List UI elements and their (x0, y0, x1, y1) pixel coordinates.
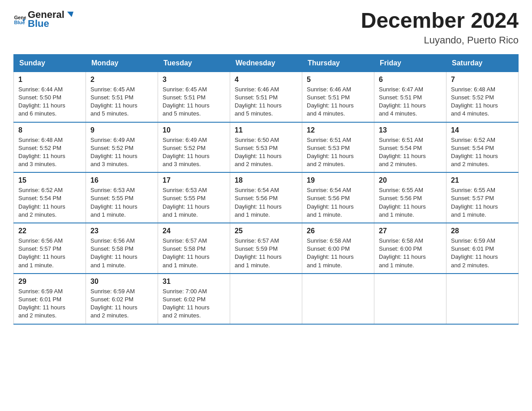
day-info: Sunrise: 6:58 AM Sunset: 6:00 PM Dayligh… (307, 237, 354, 269)
calendar-cell: 18 Sunrise: 6:54 AM Sunset: 5:56 PM Dayl… (230, 172, 302, 223)
week-row-1: 1 Sunrise: 6:44 AM Sunset: 5:50 PM Dayli… (14, 72, 519, 122)
day-number: 15 (18, 176, 81, 184)
day-info: Sunrise: 6:48 AM Sunset: 5:52 PM Dayligh… (451, 86, 498, 117)
day-info: Sunrise: 6:56 AM Sunset: 5:57 PM Dayligh… (18, 237, 65, 269)
calendar-cell: 6 Sunrise: 6:47 AM Sunset: 5:51 PM Dayli… (374, 72, 446, 122)
calendar-cell: 3 Sunrise: 6:45 AM Sunset: 5:51 PM Dayli… (158, 72, 230, 122)
calendar-cell: 29 Sunrise: 6:59 AM Sunset: 6:01 PM Dayl… (14, 274, 86, 324)
day-number: 16 (90, 176, 153, 184)
day-number: 30 (90, 278, 153, 286)
day-number: 19 (307, 176, 369, 184)
day-info: Sunrise: 6:45 AM Sunset: 5:51 PM Dayligh… (90, 86, 137, 117)
day-number: 8 (18, 126, 81, 134)
calendar-cell: 26 Sunrise: 6:58 AM Sunset: 6:00 PM Dayl… (302, 223, 374, 274)
calendar-cell (302, 274, 374, 324)
day-info: Sunrise: 6:53 AM Sunset: 5:55 PM Dayligh… (163, 187, 210, 218)
day-info: Sunrise: 7:00 AM Sunset: 6:02 PM Dayligh… (163, 288, 210, 319)
day-number: 11 (235, 126, 297, 134)
calendar-cell: 9 Sunrise: 6:49 AM Sunset: 5:52 PM Dayli… (86, 122, 158, 173)
calendar-cell: 28 Sunrise: 6:59 AM Sunset: 6:01 PM Dayl… (446, 223, 519, 274)
day-info: Sunrise: 6:55 AM Sunset: 5:57 PM Dayligh… (451, 187, 498, 218)
calendar-cell: 17 Sunrise: 6:53 AM Sunset: 5:55 PM Dayl… (158, 172, 230, 223)
calendar-table: SundayMondayTuesdayWednesdayThursdayFrid… (13, 54, 519, 325)
page-title: December 2024 (361, 9, 519, 33)
day-number: 31 (163, 278, 225, 286)
calendar-cell (374, 274, 446, 324)
calendar-cell: 8 Sunrise: 6:48 AM Sunset: 5:52 PM Dayli… (14, 122, 86, 173)
day-number: 23 (90, 227, 153, 235)
calendar-cell: 20 Sunrise: 6:55 AM Sunset: 5:56 PM Dayl… (374, 172, 446, 223)
day-number: 4 (235, 76, 297, 84)
day-info: Sunrise: 6:53 AM Sunset: 5:55 PM Dayligh… (90, 187, 137, 218)
day-info: Sunrise: 6:48 AM Sunset: 5:52 PM Dayligh… (18, 137, 65, 168)
day-number: 12 (307, 126, 369, 134)
calendar-header-row: SundayMondayTuesdayWednesdayThursdayFrid… (14, 54, 519, 72)
day-number: 26 (307, 227, 369, 235)
header-monday: Monday (86, 54, 158, 72)
day-number: 29 (18, 278, 81, 286)
day-number: 17 (163, 176, 225, 184)
calendar-cell: 21 Sunrise: 6:55 AM Sunset: 5:57 PM Dayl… (446, 172, 519, 223)
day-number: 10 (163, 126, 225, 134)
logo: General Blue General Blue (13, 9, 73, 30)
day-info: Sunrise: 6:49 AM Sunset: 5:52 PM Dayligh… (90, 137, 137, 168)
calendar-cell: 30 Sunrise: 6:59 AM Sunset: 6:02 PM Dayl… (86, 274, 158, 324)
day-info: Sunrise: 6:45 AM Sunset: 5:51 PM Dayligh… (163, 86, 210, 117)
calendar-cell: 23 Sunrise: 6:56 AM Sunset: 5:58 PM Dayl… (86, 223, 158, 274)
title-block: December 2024 Luyando, Puerto Rico (361, 9, 519, 46)
day-info: Sunrise: 6:54 AM Sunset: 5:56 PM Dayligh… (307, 187, 354, 218)
day-info: Sunrise: 6:44 AM Sunset: 5:50 PM Dayligh… (18, 86, 65, 117)
day-info: Sunrise: 6:52 AM Sunset: 5:54 PM Dayligh… (18, 187, 65, 218)
day-info: Sunrise: 6:46 AM Sunset: 5:51 PM Dayligh… (235, 86, 282, 117)
day-info: Sunrise: 6:57 AM Sunset: 5:58 PM Dayligh… (163, 237, 210, 269)
svg-text:Blue: Blue (14, 20, 25, 25)
calendar-cell: 12 Sunrise: 6:51 AM Sunset: 5:53 PM Dayl… (302, 122, 374, 173)
day-info: Sunrise: 6:59 AM Sunset: 6:02 PM Dayligh… (90, 288, 137, 319)
calendar-cell: 5 Sunrise: 6:46 AM Sunset: 5:51 PM Dayli… (302, 72, 374, 122)
calendar-cell: 31 Sunrise: 7:00 AM Sunset: 6:02 PM Dayl… (158, 274, 230, 324)
day-info: Sunrise: 6:46 AM Sunset: 5:51 PM Dayligh… (307, 86, 354, 117)
day-info: Sunrise: 6:47 AM Sunset: 5:51 PM Dayligh… (379, 86, 426, 117)
page-subtitle: Luyando, Puerto Rico (361, 34, 519, 46)
week-row-2: 8 Sunrise: 6:48 AM Sunset: 5:52 PM Dayli… (14, 122, 519, 173)
calendar-cell: 2 Sunrise: 6:45 AM Sunset: 5:51 PM Dayli… (86, 72, 158, 122)
day-number: 27 (379, 227, 442, 235)
calendar-cell: 10 Sunrise: 6:49 AM Sunset: 5:52 PM Dayl… (158, 122, 230, 173)
day-info: Sunrise: 6:49 AM Sunset: 5:52 PM Dayligh… (163, 137, 210, 168)
day-info: Sunrise: 6:57 AM Sunset: 5:59 PM Dayligh… (235, 237, 282, 269)
calendar-cell: 1 Sunrise: 6:44 AM Sunset: 5:50 PM Dayli… (14, 72, 86, 122)
day-number: 21 (451, 176, 514, 184)
day-number: 20 (379, 176, 442, 184)
day-info: Sunrise: 6:50 AM Sunset: 5:53 PM Dayligh… (235, 137, 282, 168)
calendar-cell: 15 Sunrise: 6:52 AM Sunset: 5:54 PM Dayl… (14, 172, 86, 223)
day-info: Sunrise: 6:54 AM Sunset: 5:56 PM Dayligh… (235, 187, 282, 218)
calendar-cell (446, 274, 519, 324)
header-thursday: Thursday (302, 54, 374, 72)
calendar-cell: 16 Sunrise: 6:53 AM Sunset: 5:55 PM Dayl… (86, 172, 158, 223)
calendar-cell: 27 Sunrise: 6:58 AM Sunset: 6:00 PM Dayl… (374, 223, 446, 274)
day-number: 24 (163, 227, 225, 235)
logo-triangle-icon (65, 10, 73, 18)
calendar-cell: 11 Sunrise: 6:50 AM Sunset: 5:53 PM Dayl… (230, 122, 302, 173)
calendar-cell: 4 Sunrise: 6:46 AM Sunset: 5:51 PM Dayli… (230, 72, 302, 122)
day-number: 3 (163, 76, 225, 84)
day-number: 7 (451, 76, 514, 84)
day-number: 6 (379, 76, 442, 84)
day-number: 14 (451, 126, 514, 134)
day-info: Sunrise: 6:59 AM Sunset: 6:01 PM Dayligh… (18, 288, 65, 319)
header-sunday: Sunday (14, 54, 86, 72)
calendar-cell: 22 Sunrise: 6:56 AM Sunset: 5:57 PM Dayl… (14, 223, 86, 274)
week-row-5: 29 Sunrise: 6:59 AM Sunset: 6:01 PM Dayl… (14, 274, 519, 324)
calendar-cell: 7 Sunrise: 6:48 AM Sunset: 5:52 PM Dayli… (446, 72, 519, 122)
calendar-cell: 24 Sunrise: 6:57 AM Sunset: 5:58 PM Dayl… (158, 223, 230, 274)
calendar-cell: 19 Sunrise: 6:54 AM Sunset: 5:56 PM Dayl… (302, 172, 374, 223)
day-info: Sunrise: 6:52 AM Sunset: 5:54 PM Dayligh… (451, 137, 498, 168)
day-number: 9 (90, 126, 153, 134)
header-saturday: Saturday (446, 54, 519, 72)
day-info: Sunrise: 6:55 AM Sunset: 5:56 PM Dayligh… (379, 187, 426, 218)
calendar-cell (230, 274, 302, 324)
week-row-4: 22 Sunrise: 6:56 AM Sunset: 5:57 PM Dayl… (14, 223, 519, 274)
day-number: 25 (235, 227, 297, 235)
svg-marker-3 (67, 12, 73, 17)
day-number: 18 (235, 176, 297, 184)
